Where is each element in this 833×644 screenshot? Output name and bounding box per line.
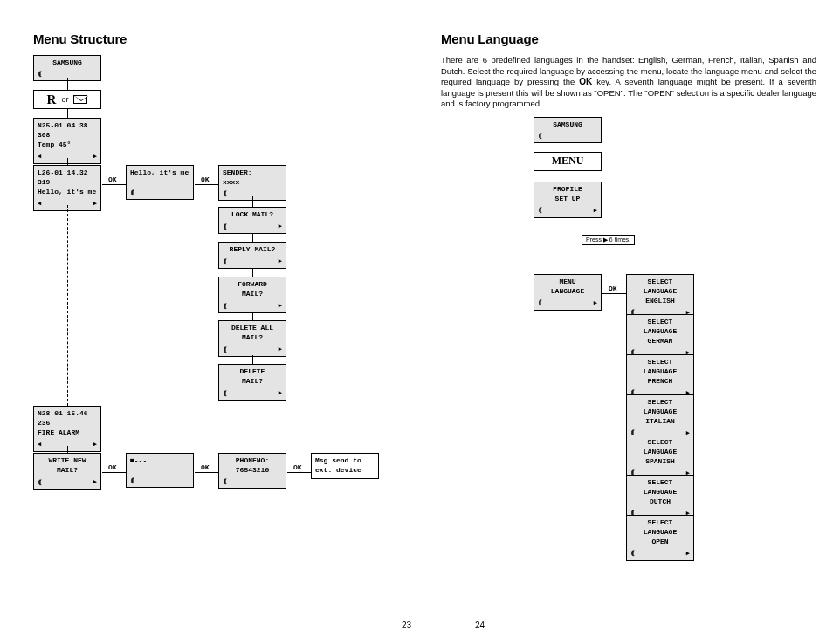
arrow-right-icon: [93, 151, 97, 161]
r-or-box: R or: [33, 90, 101, 109]
ok-label: OK: [108, 175, 117, 183]
box-compose: ◼---: [126, 453, 194, 488]
signal-icon: [38, 69, 39, 79]
box-hello: Hello, it's me: [126, 165, 194, 200]
box-reply: REPLY MAIL?: [218, 242, 286, 269]
page-num-24: 24: [475, 620, 485, 630]
box-phoneno: PHONENO: 76543210: [218, 453, 286, 489]
menu-box: MENU: [534, 152, 602, 171]
page-num-23: 23: [402, 620, 411, 630]
menu-structure-diagram: SAMSUNG R or N25-01 04.38 308 Temp 45° L…: [33, 55, 409, 570]
left-title: Menu Structure: [33, 31, 409, 46]
box-open: SELECT LANGUAGE OPEN: [626, 515, 694, 561]
menu-language-diagram: SAMSUNG MENU PROFILE SET UP Press ▶ 6 ti…: [441, 117, 816, 588]
box-sender: SENDER: xxxx: [218, 165, 286, 201]
box-delete: DELETE MAIL?: [218, 364, 286, 401]
box-lock: LOCK MAIL?: [218, 207, 286, 234]
box-forward: FORWARD MAIL?: [218, 277, 286, 313]
box-msgsend: Msg send to ext. device: [311, 453, 379, 479]
box-menu-language: MENU LANGUAGE: [534, 274, 602, 311]
right-title: Menu Language: [441, 31, 816, 46]
box-profile: PROFILE SET UP: [534, 182, 602, 218]
box-deleteall: DELETE ALL MAIL?: [218, 320, 286, 357]
page-right: Menu Language There are 6 predefined lan…: [441, 31, 816, 588]
arrow-left-icon: [38, 151, 41, 161]
page-left: Menu Structure SAMSUNG R or N25-01 04.38…: [33, 31, 409, 570]
language-para: There are 6 predefined languages in the …: [441, 55, 816, 110]
press-6-times: Press ▶ 6 times.: [582, 235, 635, 245]
envelope-icon: [73, 95, 87, 104]
box-write: WRITE NEW MAIL?: [33, 453, 101, 490]
